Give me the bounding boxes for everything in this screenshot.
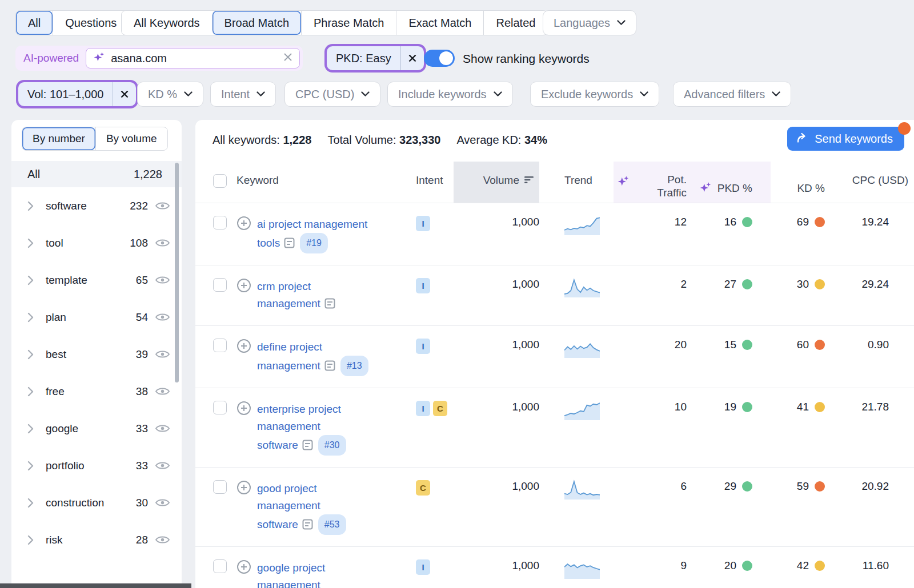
header-volume-sort[interactable]: Volume [454, 162, 539, 203]
trend-sparkline [564, 214, 600, 238]
chevron-right-icon[interactable] [27, 535, 40, 545]
eye-icon[interactable] [155, 312, 170, 323]
intent-badge-commercial: C [433, 401, 447, 416]
share-arrow-icon [796, 132, 809, 146]
pkd-filter-chip[interactable]: PKD: Easy [327, 46, 424, 70]
keyword-link[interactable]: google projectmanagementtool [257, 562, 325, 588]
row-checkbox[interactable] [213, 216, 227, 229]
pot-traffic-value: 10 [614, 401, 693, 413]
chevron-right-icon[interactable] [27, 275, 40, 285]
keyword-link[interactable]: crm projectmanagement [257, 280, 320, 309]
send-keywords-button[interactable]: Send keywords [787, 127, 904, 151]
chevron-right-icon[interactable] [27, 349, 40, 360]
volume-filter-chip[interactable]: Vol: 101–1,000 [18, 82, 136, 106]
remove-volume-filter-icon[interactable] [113, 82, 136, 106]
circle-plus-icon[interactable] [236, 216, 251, 253]
sidebar-scrollbar[interactable] [175, 163, 179, 382]
sort-descending-icon [524, 174, 535, 187]
tab-by-number[interactable]: By number [22, 127, 95, 150]
row-checkbox[interactable] [213, 401, 227, 414]
group-count: 28 [136, 534, 148, 546]
kd-value: 42 [797, 559, 809, 572]
tab-exact-match[interactable]: Exact Match [396, 11, 483, 35]
clear-search-icon[interactable] [283, 53, 292, 64]
chevron-down-icon [256, 91, 265, 97]
intent-filter-dropdown[interactable]: Intent [210, 82, 276, 107]
intent-badge-commercial: C [416, 480, 430, 496]
serp-features-icon[interactable] [324, 359, 335, 376]
eye-icon[interactable] [155, 349, 170, 360]
chevron-right-icon[interactable] [27, 312, 40, 323]
sparkles-icon [699, 182, 712, 197]
chevron-right-icon[interactable] [27, 201, 40, 211]
kd-filter-dropdown[interactable]: KD % [137, 82, 203, 107]
summary-stats: All keywords: 1,228 Total Volume: 323,33… [213, 134, 547, 147]
sidebar-group-item[interactable]: best 39 [11, 336, 182, 373]
sidebar-group-item[interactable]: free 38 [11, 373, 182, 410]
circle-plus-icon[interactable] [236, 278, 251, 314]
serp-features-icon[interactable] [284, 236, 295, 253]
cpc-value: 29.24 [836, 278, 914, 291]
sidebar-group-item[interactable]: risk 28 [11, 521, 182, 558]
eye-icon[interactable] [155, 497, 170, 508]
search-input[interactable]: asana.com [86, 48, 300, 69]
sidebar-group-item[interactable]: plan 54 [11, 299, 182, 336]
chevron-right-icon[interactable] [27, 461, 40, 471]
notification-badge [898, 122, 911, 135]
chevron-right-icon[interactable] [27, 238, 40, 248]
keyword-link[interactable]: define projectmanagement [257, 341, 322, 372]
sidebar-item-all[interactable]: All 1,228 [11, 161, 182, 187]
row-checkbox[interactable] [213, 278, 227, 292]
circle-plus-icon[interactable] [236, 559, 251, 588]
languages-dropdown[interactable]: Languages [543, 10, 636, 35]
exclude-keywords-dropdown[interactable]: Exclude keywords [530, 82, 659, 107]
volume-value: 1,000 [454, 278, 539, 291]
sidebar-group-item[interactable]: tool 108 [11, 224, 182, 261]
circle-plus-icon[interactable] [236, 401, 251, 456]
remove-pkd-filter-icon[interactable] [400, 46, 424, 70]
tab-by-volume[interactable]: By volume [95, 127, 167, 150]
tab-questions[interactable]: Questions [53, 11, 129, 35]
eye-icon[interactable] [155, 237, 170, 248]
sidebar-group-item[interactable]: template 65 [11, 261, 182, 299]
circle-plus-icon[interactable] [236, 480, 251, 535]
show-ranking-keywords-toggle[interactable] [424, 50, 455, 67]
trend-sparkline [564, 336, 600, 361]
eye-icon[interactable] [155, 534, 170, 545]
row-checkbox[interactable] [213, 559, 227, 573]
select-all-checkbox[interactable] [213, 174, 227, 188]
result-type-tabs: All Questions [15, 10, 129, 35]
advanced-filters-dropdown[interactable]: Advanced filters [673, 82, 791, 107]
serp-features-icon[interactable] [324, 297, 335, 314]
all-keywords-label: All keywords: [213, 134, 280, 146]
chevron-right-icon[interactable] [27, 386, 40, 397]
cpc-filter-dropdown[interactable]: CPC (USD) [284, 82, 380, 107]
tab-all-keywords[interactable]: All Keywords [122, 11, 212, 35]
sidebar-group-item[interactable]: construction 30 [11, 484, 182, 521]
chevron-right-icon[interactable] [27, 498, 40, 508]
row-checkbox[interactable] [213, 480, 227, 494]
serp-features-icon[interactable] [302, 518, 313, 535]
group-count: 54 [136, 311, 148, 324]
eye-icon[interactable] [155, 423, 170, 434]
row-checkbox[interactable] [213, 339, 227, 352]
eye-icon[interactable] [155, 200, 170, 211]
tab-related[interactable]: Related [483, 11, 547, 35]
group-label: google [46, 422, 136, 435]
circle-plus-icon[interactable] [236, 339, 251, 376]
sidebar-group-item[interactable]: software 232 [11, 187, 182, 224]
tab-all[interactable]: All [16, 11, 53, 35]
tab-phrase-match[interactable]: Phrase Match [301, 11, 396, 35]
eye-icon[interactable] [155, 460, 170, 471]
eye-icon[interactable] [155, 386, 170, 397]
volume-chip-label: Vol: 101–1,000 [18, 82, 113, 106]
include-keywords-dropdown[interactable]: Include keywords [387, 82, 513, 107]
serp-features-icon[interactable] [302, 438, 313, 456]
tab-broad-match[interactable]: Broad Match [212, 11, 301, 35]
eye-icon[interactable] [155, 275, 170, 285]
group-count: 38 [136, 385, 148, 398]
sidebar-group-item[interactable]: google 33 [11, 410, 182, 447]
sidebar-group-item[interactable]: portfolio 33 [11, 447, 182, 484]
chevron-right-icon[interactable] [27, 424, 40, 434]
header-volume: Volume [483, 174, 519, 187]
